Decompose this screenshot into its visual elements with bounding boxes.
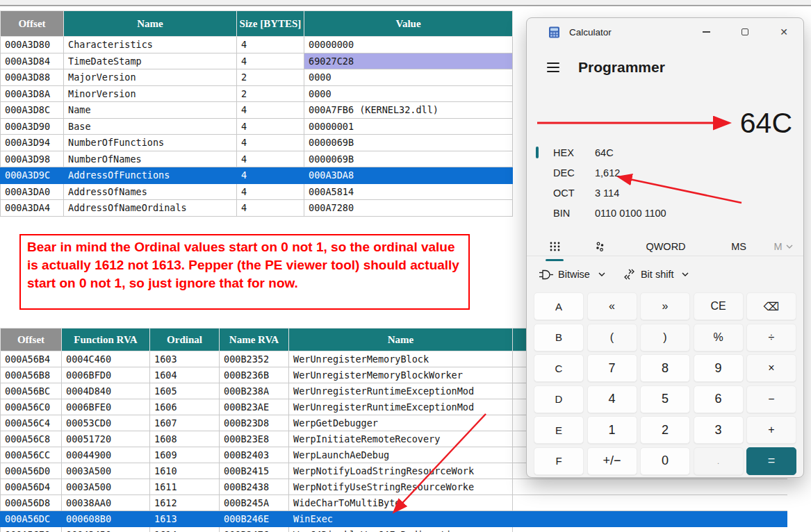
cell-name: WerUnregisterMemoryBlock [289, 351, 513, 367]
cell-size: 4 [237, 135, 304, 151]
key-multiply[interactable]: × [746, 354, 796, 382]
cell-name: AddressOfNameOrdinals [64, 200, 237, 217]
key-6[interactable]: 6 [694, 385, 744, 413]
chevron-down-icon [598, 272, 605, 276]
close-button[interactable]: ✕ [764, 18, 803, 46]
key-divide[interactable]: ÷ [746, 324, 796, 351]
table-row[interactable]: 000A3DA0AddressOfNames4000A5814 [1, 183, 513, 200]
key-3[interactable]: 3 [694, 416, 744, 444]
hamburger-menu-icon[interactable] [547, 63, 559, 72]
key-E[interactable]: E [534, 416, 584, 444]
key-decimal[interactable]: . [694, 447, 744, 475]
key-4[interactable]: 4 [587, 385, 637, 413]
calculator-title: Calculator [569, 27, 612, 38]
key-7[interactable]: 7 [587, 354, 637, 382]
cell-name: WerUnregisterRuntimeExceptionMod [289, 399, 513, 415]
radix-row-bin[interactable]: BIN0110 0100 1100 [527, 203, 803, 223]
screenshot-root: OffsetNameSize [BYTES]Value 000A3D80Char… [0, 0, 811, 532]
table-row[interactable]: 000A56D800038AA01612000B245AWideCharToMu… [1, 495, 788, 511]
cell-offset: 000A3D90 [1, 118, 64, 135]
column-header: Name [289, 329, 513, 351]
maximize-button[interactable] [726, 18, 764, 46]
full-keypad-toggle[interactable] [534, 235, 575, 258]
key-1[interactable]: 1 [587, 416, 637, 444]
key-clear-entry[interactable]: CE [694, 292, 744, 320]
cell-offset: 000A56CC [1, 447, 62, 463]
key-open-paren[interactable]: ( [587, 324, 637, 351]
cell-function-rva: 0004D840 [62, 383, 150, 399]
cell-size: 4 [237, 183, 304, 200]
key-backspace[interactable]: ⌫ [746, 292, 796, 320]
table-row[interactable]: 000A56DC000608B01613000B246EWinExec [1, 511, 788, 527]
key-0[interactable]: 0 [640, 447, 690, 475]
key-A[interactable]: A [534, 292, 584, 320]
column-header: Ordinal [150, 329, 220, 351]
minimize-icon [703, 31, 710, 33]
table-row[interactable]: 000A3D88MajorVersion20000 [1, 69, 513, 86]
table-row[interactable]: 000A3D8AMinorVersion20000 [1, 85, 513, 102]
table-row[interactable]: 000A3D80Characteristics400000000 [1, 37, 513, 53]
key-shift-left[interactable]: « [587, 292, 637, 320]
cell-function-rva: 00043450 [62, 527, 150, 532]
cell-ordinal: 1605 [150, 383, 220, 399]
key-5[interactable]: 5 [640, 385, 690, 413]
radix-row-oct[interactable]: OCT3 114 [527, 183, 803, 203]
cell-ordinal: 1611 [150, 479, 220, 495]
export-table-header-row: OffsetNameSize [BYTES]Value [1, 11, 513, 37]
key-negate[interactable]: +/− [587, 447, 637, 475]
cell-ordinal: 1613 [150, 511, 220, 527]
cell-name: WideCharToMultiByte [289, 495, 513, 511]
cell-function-rva: 0006BFD0 [62, 367, 150, 383]
cell-offset: 000A3D84 [1, 53, 64, 69]
calculator-titlebar[interactable]: Calculator ✕ [527, 18, 803, 46]
cell-ordinal: 1606 [150, 399, 220, 415]
table-row[interactable]: 000A3D84TimeDateStamp469027C28 [1, 53, 513, 69]
cell-value: 00000001 [304, 118, 513, 135]
memory-menu-button[interactable]: M [770, 235, 796, 258]
key-2[interactable]: 2 [640, 416, 690, 444]
cell-function-rva: 0006BFE0 [62, 399, 150, 415]
radix-row-dec[interactable]: DEC1,612 [527, 163, 803, 183]
key-C[interactable]: C [534, 354, 584, 382]
word-size-button[interactable]: QWORD [624, 235, 707, 258]
column-header: Value [304, 11, 513, 37]
key-B[interactable]: B [534, 324, 584, 351]
key-subtract[interactable]: − [746, 385, 796, 413]
table-row[interactable]: 000A3D90Base400000001 [1, 118, 513, 135]
key-equals[interactable]: = [746, 447, 796, 475]
key-F[interactable]: F [534, 447, 584, 475]
full-keypad-icon [549, 241, 561, 253]
key-close-paren[interactable]: ) [640, 324, 690, 351]
cell-name-rva: 000B23E8 [220, 431, 289, 447]
radix-row-hex[interactable]: HEX64C [527, 142, 803, 163]
bitwise-menu[interactable]: Bitwise [539, 269, 605, 280]
table-row[interactable]: 000A3D98NumberOfNames40000069B [1, 151, 513, 167]
table-row[interactable]: 000A56E0000434501614000B2476Wow64Disable… [1, 527, 788, 532]
table-row[interactable]: 000A3D94NumberOfFunctions40000069B [1, 135, 513, 151]
bit-shift-menu[interactable]: Bit shift [623, 269, 689, 280]
cell-name-rva: 000B236B [220, 367, 289, 383]
table-row[interactable]: 000A3D8CName4000A7FB6 (KERNEL32.dll) [1, 102, 513, 119]
bit-toggle-keypad-toggle[interactable] [575, 235, 624, 258]
cell-name: TimeDateStamp [64, 53, 237, 69]
keypad-toggle-bar: QWORD MS M [534, 235, 796, 258]
key-percent[interactable]: % [694, 324, 744, 351]
key-shift-right[interactable]: » [640, 292, 690, 320]
cell-size: 4 [237, 37, 304, 53]
radix-panel: HEX64CDEC1,612OCT3 114BIN0110 0100 1100 [527, 142, 803, 223]
active-radix-indicator [536, 147, 539, 158]
memory-store-button[interactable]: MS [707, 235, 770, 258]
column-header: Offset [1, 329, 62, 351]
table-row[interactable]: 000A3D9CAddressOfFunctions4000A3DA8 [1, 167, 513, 184]
key-8[interactable]: 8 [640, 354, 690, 382]
table-row[interactable]: 000A3DA4AddressOfNameOrdinals4000A7280 [1, 200, 513, 217]
key-add[interactable]: + [746, 416, 796, 444]
key-9[interactable]: 9 [694, 354, 744, 382]
minimize-button[interactable] [687, 18, 726, 46]
cell-name: NumberOfFunctions [64, 135, 237, 151]
table-row[interactable]: 000A56D40003A5001611000B2438WerpNotifyUs… [1, 479, 788, 495]
cell-ordinal: 1604 [150, 367, 220, 383]
key-D[interactable]: D [534, 385, 584, 413]
cell-offset: 000A56BC [1, 383, 62, 399]
bit-shift-icon [623, 269, 636, 280]
